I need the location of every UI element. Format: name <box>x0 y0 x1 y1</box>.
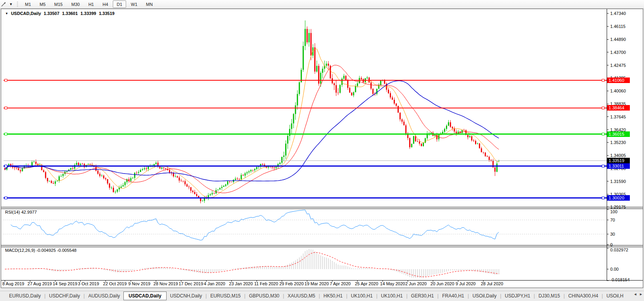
chart-tab-fra40-h1[interactable]: FRA40,H1 <box>439 292 468 300</box>
price-axis-tick: 1.47340 <box>610 11 626 16</box>
chart-tab-uk100-h1[interactable]: UK100,H1 <box>347 292 376 300</box>
chart-tab-hk50-h1[interactable]: HK50,H1 <box>320 292 346 300</box>
rsi-indicator-label: RSI(14) 42.9977 <box>5 210 37 214</box>
date-axis-tick: 4 Jan 2020 <box>204 281 225 286</box>
timeframe-button-w1[interactable]: W1 <box>127 0 141 8</box>
date-axis-tick: 14 Sep 2019 <box>53 281 77 286</box>
date-axis-tick: 14 May 2020 <box>380 281 405 286</box>
chart-tab-dj30-m15[interactable]: DJ30,M15 <box>535 292 563 300</box>
price-axis-tick: 1.37645 <box>610 114 626 120</box>
level-price-label: 1.33011 <box>607 163 630 169</box>
candlestick-series <box>4 20 499 203</box>
ohlc-high: 1.33601 <box>62 11 78 16</box>
timeframe-toolbar: ▾ M1M5M15M30H1H4D1W1MN <box>0 0 644 9</box>
chart-plot <box>1 9 643 288</box>
date-axis-tick: 23 Jan 2020 <box>229 281 253 286</box>
chart-tab-usoil-daily[interactable]: USOil,Daily <box>469 292 500 300</box>
rsi-name: RSI(14) <box>5 210 20 214</box>
price-axis-tick: 1.35230 <box>610 140 626 145</box>
price-axis-tick: 1.34005 <box>610 153 626 158</box>
timeframe-button-h4[interactable]: H4 <box>99 0 112 8</box>
macd-signal-line <box>5 253 499 277</box>
chart-tab-audusd-daily[interactable]: AUDUSD,Daily <box>85 292 124 300</box>
chart-tab-china300-h4[interactable]: CHINA300,H4 <box>565 292 602 300</box>
chart-tab-xauusd-m5[interactable]: XAUUSD,M5 <box>284 292 319 300</box>
chart-tab-usdcad-daily[interactable]: USDCAD,Daily <box>123 292 166 300</box>
ma-fast-line <box>5 49 499 198</box>
current-price-label: 1.33519 <box>607 158 630 163</box>
trendline-icon <box>1 1 7 7</box>
level-price-label: 1.30020 <box>607 195 630 201</box>
timeframe-button-m1[interactable]: M1 <box>21 0 35 8</box>
date-axis-tick: 20 Jun 2020 <box>431 281 455 286</box>
date-axis-tick: 25 Apr 2020 <box>355 281 378 286</box>
rsi-value: 42.9977 <box>21 210 37 214</box>
price-axis-tick: 1.40060 <box>610 89 626 94</box>
price-axis-tick: 1.42475 <box>610 63 626 68</box>
symbol-dropdown-arrow-icon[interactable]: ▼ <box>5 12 8 15</box>
chart-tab-gbpusd-m30[interactable]: GBPUSD,M30 <box>246 292 283 300</box>
chart-tab-usdjpy-h1[interactable]: USDJPY,H1 <box>501 292 534 300</box>
ohlc-low: 1.33399 <box>81 11 96 16</box>
macd-name: MACD(12,26,9) <box>5 248 35 253</box>
chart-tab-usdchf-daily[interactable]: USDCHF,Daily <box>46 292 84 300</box>
macd-axis-tick: -0.018154 <box>610 277 630 283</box>
rsi-axis-tick: 100 <box>610 209 617 214</box>
price-rsi-splitter[interactable] <box>1 207 643 207</box>
chart-tab-eurusd-m15[interactable]: EURUSD,M15 <box>207 292 244 300</box>
price-axis-tick: 1.43700 <box>610 50 626 55</box>
date-axis-tick: 27 Aug 2019 <box>28 281 52 286</box>
timeframe-button-m15[interactable]: M15 <box>50 0 66 8</box>
macd-histogram <box>5 249 499 278</box>
chart-window: ▼ USDCAD,Daily 1.33507 1.33601 1.33399 1… <box>1 9 643 288</box>
macd-indicator-label: MACD(12,26,9) -0.004925 -0.005548 <box>5 248 77 253</box>
timeframe-buttons: M1M5M15M30H1H4D1W1MN <box>21 0 157 8</box>
date-axis-tick: 22 Oct 2019 <box>103 281 127 286</box>
date-axis-tick: 19 Mar 2020 <box>305 281 329 286</box>
toolbar-grip[interactable] <box>17 2 18 7</box>
ohlc-close: 1.33519 <box>99 11 115 16</box>
draw-tool-icon[interactable] <box>1 1 7 7</box>
date-axis-tick: 3 Oct 2019 <box>78 281 99 286</box>
tab-scroll-right-icon[interactable]: ▸ <box>640 292 642 297</box>
date-axis-tick: 28 Nov 2019 <box>154 281 178 286</box>
rsi-panel-top-border <box>1 209 643 209</box>
chart-tab-uk100-h1[interactable]: UK100,H1 <box>378 292 406 300</box>
timeframe-button-h1[interactable]: H1 <box>84 0 98 8</box>
date-axis-tick: 11 Feb 2020 <box>254 281 278 286</box>
price-axis-tick: 1.46115 <box>610 24 626 29</box>
level-price-label: 1.41060 <box>607 78 630 83</box>
timeframe-button-d1[interactable]: D1 <box>113 0 126 8</box>
rsi-macd-splitter[interactable] <box>1 245 643 246</box>
date-axis-tick: 29 Feb 2020 <box>279 281 304 286</box>
date-axis-tick: 9 Nov 2019 <box>128 281 150 286</box>
chart-tab-usoil-h[interactable]: USOil,H <box>603 292 627 300</box>
date-axis-tick: 9 Jul 2020 <box>456 281 476 286</box>
macd-main-value: -0.004925 <box>36 248 56 253</box>
chart-header: ▼ USDCAD,Daily 1.33507 1.33601 1.33399 1… <box>5 11 114 16</box>
date-axis-tick: 28 Jul 2020 <box>481 281 503 286</box>
timeframe-button-mn[interactable]: MN <box>142 0 157 8</box>
date-axis-tick: 17 Dec 2019 <box>179 281 203 286</box>
chart-tab-usdcnh-daily[interactable]: USDCNH,Daily <box>167 292 205 300</box>
date-axis-tick: 2 Jun 2020 <box>405 281 426 286</box>
timeframe-button-m30[interactable]: M30 <box>68 0 84 8</box>
rsi-axis-tick: 70 <box>610 218 615 223</box>
chart-tab-ger30-h1[interactable]: GER30,H1 <box>407 292 437 300</box>
macd-signal-value: -0.005548 <box>57 248 77 253</box>
draw-tool-dropdown-arrow-icon[interactable]: ▾ <box>8 0 14 8</box>
ohlc-open: 1.33507 <box>44 11 59 16</box>
level-price-label: 1.38464 <box>607 105 630 111</box>
level-price-label: 1.36015 <box>607 131 630 137</box>
macd-axis-tick: 0.00 <box>610 267 618 272</box>
tab-scroll-arrows: ◂ ▸ <box>634 292 642 297</box>
rsi-line <box>11 210 499 240</box>
rsi-axis-tick: 30 <box>610 232 615 237</box>
timeframe-button-m5[interactable]: M5 <box>36 0 50 8</box>
date-axis-line <box>1 280 643 281</box>
date-axis-tick: 8 Aug 2019 <box>2 281 24 286</box>
macd-axis-tick: 0.032972 <box>610 247 628 253</box>
tab-scroll-left-icon[interactable]: ◂ <box>634 292 637 297</box>
chart-tab-eurusd-daily[interactable]: EURUSD,Daily <box>6 292 44 300</box>
price-axis-line <box>607 9 607 280</box>
